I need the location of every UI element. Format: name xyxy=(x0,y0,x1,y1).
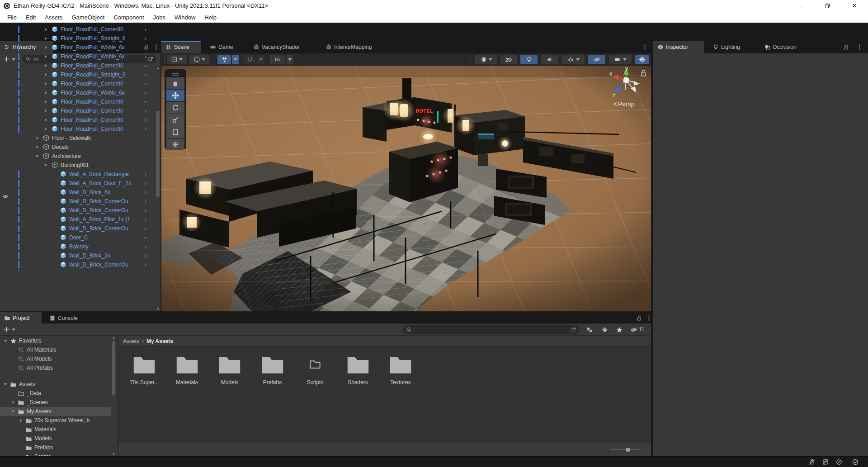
project-tree-item[interactable]: Scripts xyxy=(0,452,111,456)
hierarchy-item[interactable]: Floor_RoadFull_Corner90› xyxy=(0,115,160,124)
project-tree-item[interactable]: Materials xyxy=(0,425,111,434)
menu-edit[interactable]: Edit xyxy=(21,14,40,21)
kebab-menu-icon[interactable] xyxy=(646,315,652,321)
expand-collapsed-icon[interactable] xyxy=(34,144,40,150)
prefab-open-arrow[interactable]: › xyxy=(145,242,146,251)
pick-window-icon[interactable] xyxy=(571,327,577,333)
project-search-input[interactable] xyxy=(403,325,580,334)
menu-jobs[interactable]: Jobs xyxy=(149,14,170,21)
expand-collapsed-icon[interactable] xyxy=(43,126,48,132)
minimize-button[interactable]: – xyxy=(790,0,811,12)
prefab-open-arrow[interactable]: › xyxy=(145,206,146,215)
prefab-open-arrow[interactable]: › xyxy=(145,106,146,115)
expand-collapsed-icon[interactable] xyxy=(43,54,48,59)
folder-models[interactable]: Models xyxy=(211,353,249,386)
project-scroll-thumb[interactable] xyxy=(112,341,115,396)
transform-tool-button[interactable] xyxy=(166,138,184,150)
hierarchy-item[interactable]: Balcony› xyxy=(0,242,160,251)
project-tree-scrollbar[interactable]: ▲ ▼ xyxy=(111,336,116,456)
project-tree-item[interactable]: Prefabs xyxy=(0,443,111,452)
folder-70s-super-[interactable]: 70s Super... xyxy=(125,353,163,386)
prefab-open-arrow[interactable]: › xyxy=(145,215,146,224)
tab-console[interactable]: Console xyxy=(45,312,89,324)
tab-interiormapping[interactable]: InteriorMapping xyxy=(321,41,393,53)
rotate-tool-button[interactable] xyxy=(166,102,184,114)
hierarchy-item[interactable]: Floor_RoadFull_Straight_6› xyxy=(0,34,160,43)
expand-expanded-icon[interactable] xyxy=(43,162,48,168)
draw-mode-dropdown[interactable] xyxy=(475,55,497,64)
hierarchy-item[interactable]: Floor_RoadFull_Woble_6x› xyxy=(0,88,160,97)
expand-icon[interactable] xyxy=(10,400,16,405)
hierarchy-item[interactable]: Floor_RoadFull_Corner90› xyxy=(0,79,160,88)
project-tree-item[interactable]: My Assets xyxy=(0,407,111,416)
hierarchy-item[interactable]: Floor_RoadFull_Corner90› xyxy=(0,124,160,133)
prefab-open-arrow[interactable]: › xyxy=(145,43,146,52)
2d-toggle-button[interactable]: 2D xyxy=(500,55,517,64)
project-tree-item[interactable]: 70s Supercar Wheel, b xyxy=(0,416,111,425)
hand-tool-button[interactable] xyxy=(166,77,184,89)
scale-tool-button[interactable] xyxy=(166,114,184,126)
project-tree-item[interactable]: Models xyxy=(0,434,111,443)
search-by-label-icon[interactable] xyxy=(601,326,609,334)
move-tool-button[interactable] xyxy=(166,90,184,101)
hierarchy-item[interactable]: Wall_A_Brick_Rectangle› xyxy=(0,170,160,179)
folder-shaders[interactable]: Shaders xyxy=(339,353,377,386)
hierarchy-item[interactable]: Floor_RoadFull_Straight_6› xyxy=(0,70,160,79)
hierarchy-item[interactable]: Floor_RoadFull_Corner90› xyxy=(0,106,160,115)
prefab-open-arrow[interactable]: › xyxy=(145,188,146,197)
hierarchy-item[interactable]: Decals xyxy=(0,143,160,152)
expand-icon[interactable] xyxy=(3,338,8,343)
kebab-menu-icon[interactable] xyxy=(642,44,648,51)
folder-scripts[interactable]: Scripts xyxy=(296,353,334,386)
recording-disabled-icon[interactable] xyxy=(835,458,843,466)
expand-collapsed-icon[interactable] xyxy=(34,135,40,141)
hierarchy-item[interactable]: Floor_RoadFull_Woble_6x› xyxy=(0,52,160,61)
hierarchy-item[interactable]: Floor_RoadFull_Corner90› xyxy=(0,97,160,106)
camera-dropdown[interactable] xyxy=(609,55,632,64)
hierarchy-item[interactable]: Floor_RoadFull_Corner90› xyxy=(0,25,160,34)
lock-icon[interactable] xyxy=(843,44,849,51)
search-by-type-icon[interactable] xyxy=(586,326,593,334)
snap-increment-caret[interactable] xyxy=(257,55,264,64)
menu-component[interactable]: Component xyxy=(109,14,148,21)
prefab-open-arrow[interactable]: › xyxy=(145,25,146,34)
effects-dropdown[interactable] xyxy=(562,55,585,64)
prefab-open-arrow[interactable]: › xyxy=(145,179,146,188)
prefab-open-arrow[interactable]: › xyxy=(145,260,146,269)
prefab-open-arrow[interactable]: › xyxy=(145,52,146,61)
menu-file[interactable]: File xyxy=(3,14,21,21)
project-tree-item[interactable]: All Models xyxy=(0,354,111,363)
scroll-down-arrow[interactable]: ▼ xyxy=(111,452,116,456)
add-asset-button[interactable] xyxy=(3,326,10,333)
grid-snapping-caret[interactable] xyxy=(232,55,239,64)
tab-project[interactable]: Project xyxy=(0,312,42,324)
project-tree-item[interactable]: Assets xyxy=(0,380,111,389)
prefab-open-arrow[interactable]: › xyxy=(145,197,146,206)
tool-handle-position-button[interactable] xyxy=(167,55,187,64)
hierarchy-item[interactable]: Floor_RoadFull_Corner90› xyxy=(0,61,160,70)
scroll-down-arrow[interactable]: ▼ xyxy=(156,307,160,311)
prefab-open-arrow[interactable]: › xyxy=(145,170,146,179)
expand-collapsed-icon[interactable] xyxy=(43,99,48,105)
hierarchy-item[interactable]: Wall_D_Brick_CornerOu› xyxy=(0,260,160,269)
expand-collapsed-icon[interactable] xyxy=(43,45,48,50)
hierarchy-item[interactable]: Wall_D_Brick_6x› xyxy=(0,188,160,197)
visibility-eye-icon[interactable] xyxy=(2,193,9,200)
scroll-up-arrow[interactable]: ▲ xyxy=(156,66,160,70)
compile-status-icon[interactable] xyxy=(852,458,859,466)
gizmos-button[interactable] xyxy=(635,55,649,64)
project-tree-item[interactable]: All Materials xyxy=(0,345,111,354)
project-tree-item[interactable]: _Data xyxy=(0,389,111,398)
measure-tool-button[interactable] xyxy=(270,55,285,64)
expand-icon[interactable] xyxy=(3,381,8,387)
debugger-disabled-icon[interactable] xyxy=(808,458,816,466)
prefab-open-arrow[interactable]: › xyxy=(145,115,146,124)
project-tree-item[interactable]: All Prefabs xyxy=(0,363,111,372)
prefab-open-arrow[interactable]: › xyxy=(145,61,146,70)
project-tree-item[interactable]: _Scenes xyxy=(0,398,111,407)
folder-textures[interactable]: Textures xyxy=(382,353,420,386)
favorites-star-icon[interactable] xyxy=(616,326,623,334)
prefab-open-arrow[interactable]: › xyxy=(145,79,146,88)
overlay-drag-handle[interactable] xyxy=(172,73,179,76)
lock-icon[interactable] xyxy=(636,315,642,321)
